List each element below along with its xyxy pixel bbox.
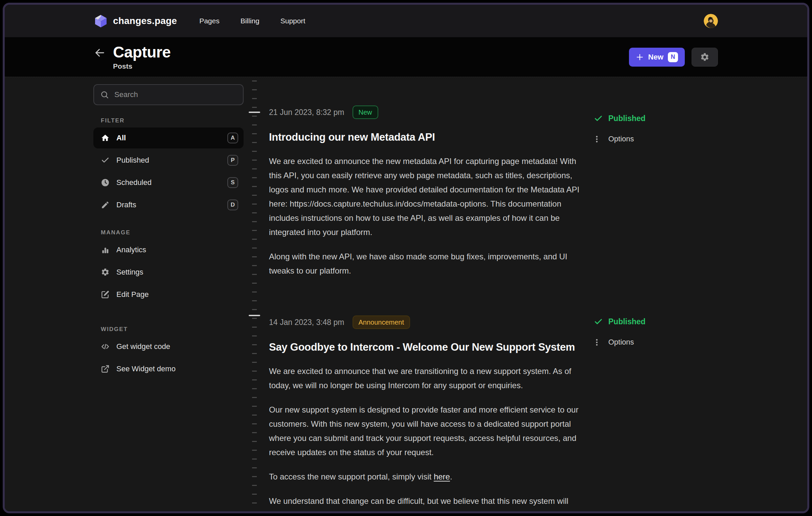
sidebar-item-edit-page[interactable]: Edit Page — [93, 284, 244, 305]
timeline-tick — [249, 112, 260, 113]
shortcut-badge-s: S — [227, 177, 238, 188]
shortcut-badge-a: A — [227, 133, 238, 143]
search-input[interactable] — [114, 90, 237, 99]
post-paragraph: We are excited to announce the new metad… — [269, 154, 584, 239]
check-icon — [594, 317, 603, 326]
sidebar-item-published[interactable]: Published P — [93, 150, 244, 171]
content-area: FILTER All A Published P — [5, 77, 807, 511]
shortcut-badge-d: D — [227, 200, 238, 210]
post-paragraph: We are excited to announce that we are t… — [269, 364, 584, 393]
app-root: changes.page Pages Billing Support — [0, 0, 812, 516]
check-icon — [594, 114, 603, 123]
external-link-icon — [101, 365, 110, 373]
nav-link-billing[interactable]: Billing — [241, 17, 260, 25]
section-label-manage: MANAGE — [101, 229, 244, 236]
shortcut-badge-p: P — [227, 155, 238, 166]
back-arrow-icon[interactable] — [94, 47, 106, 58]
check-icon — [101, 156, 110, 165]
search-icon — [100, 90, 109, 99]
section-label-widget: WIDGET — [101, 326, 244, 333]
sidebar-item-get-widget-code[interactable]: Get widget code — [93, 336, 244, 357]
post-paragraph: Our new support system is designed to pr… — [269, 403, 584, 460]
search-box[interactable] — [93, 84, 244, 105]
page-header: Capture Posts New N — [5, 37, 807, 77]
post-paragraph: We understand that change can be difficu… — [269, 494, 584, 513]
bar-chart-icon — [101, 245, 110, 254]
header-actions: New N — [629, 48, 718, 67]
post-status-column: Published Options — [594, 315, 682, 356]
post-item: 21 Jun 2023, 8:32 pm New Introducing our… — [269, 105, 807, 278]
post-options-button[interactable]: Options — [594, 132, 682, 146]
timeline-tick — [249, 315, 260, 316]
sidebar-item-all[interactable]: All A — [93, 127, 244, 148]
sidebar-item-label: Settings — [116, 268, 143, 277]
sidebar-item-label: Published — [116, 156, 149, 165]
sidebar-item-label: See Widget demo — [116, 365, 176, 373]
post-date: 14 Jan 2023, 3:48 pm — [269, 318, 344, 327]
nav-links: Pages Billing Support — [199, 17, 305, 25]
section-label-filter: FILTER — [101, 117, 244, 124]
post-title[interactable]: Say Goodbye to Intercom - Welcome Our Ne… — [269, 341, 807, 354]
post-paragraph: Along with the new API, we have also mad… — [269, 250, 584, 278]
published-label: Published — [608, 317, 646, 326]
dots-vertical-icon — [594, 135, 603, 144]
published-status: Published — [594, 112, 682, 125]
post-status-column: Published Options — [594, 112, 682, 153]
clock-icon — [101, 178, 110, 187]
shortcut-badge-n: N — [668, 52, 678, 62]
new-button-label: New — [648, 53, 663, 62]
published-label: Published — [608, 114, 646, 123]
cube-logo-icon — [94, 14, 108, 28]
sidebar-item-label: Get widget code — [116, 342, 170, 351]
post-meta: 14 Jan 2023, 3:48 pm Announcement — [269, 315, 807, 329]
home-icon — [101, 134, 110, 142]
options-label: Options — [608, 135, 634, 143]
dots-vertical-icon — [594, 338, 603, 347]
user-avatar[interactable] — [704, 14, 718, 28]
sidebar-item-see-widget-demo[interactable]: See Widget demo — [93, 358, 244, 379]
brand-logo[interactable]: changes.page — [94, 14, 177, 28]
sidebar-item-analytics[interactable]: Analytics — [93, 239, 244, 260]
title-group: Capture Posts — [113, 44, 171, 70]
nav-link-support[interactable]: Support — [280, 17, 306, 25]
sidebar-item-drafts[interactable]: Drafts D — [93, 194, 244, 215]
post-tag-badge: Announcement — [353, 315, 410, 329]
options-label: Options — [608, 338, 634, 347]
edit-square-icon — [101, 290, 110, 299]
page-subtitle: Posts — [113, 62, 171, 70]
sidebar-item-settings[interactable]: Settings — [93, 262, 244, 283]
post-title[interactable]: Introducing our new Metadata API — [269, 131, 807, 144]
timeline-ruler — [252, 80, 257, 511]
post-options-button[interactable]: Options — [594, 335, 682, 349]
sidebar-item-label: Edit Page — [116, 290, 149, 299]
plus-icon — [636, 53, 644, 61]
sidebar-item-scheduled[interactable]: Scheduled S — [93, 172, 244, 193]
sidebar-item-label: Drafts — [116, 201, 136, 209]
support-portal-link[interactable]: here — [434, 472, 450, 481]
post-paragraph: To access the new support portal, simply… — [269, 470, 584, 484]
post-item: 14 Jan 2023, 3:48 pm Announcement Say Go… — [269, 315, 807, 513]
post-meta: 21 Jun 2023, 8:32 pm New — [269, 105, 807, 119]
app-window: changes.page Pages Billing Support — [3, 3, 809, 513]
sidebar: FILTER All A Published P — [93, 84, 244, 381]
post-date: 21 Jun 2023, 8:32 pm — [269, 108, 344, 117]
sidebar-item-label: Scheduled — [116, 178, 152, 187]
code-icon — [101, 342, 110, 351]
gear-icon — [101, 268, 110, 277]
post-tag-badge: New — [353, 105, 378, 119]
top-nav: changes.page Pages Billing Support — [5, 5, 807, 37]
published-status: Published — [594, 315, 682, 328]
new-post-button[interactable]: New N — [629, 48, 685, 67]
brand-name: changes.page — [113, 16, 177, 26]
sidebar-item-label: All — [116, 134, 126, 142]
sidebar-item-label: Analytics — [116, 245, 146, 254]
page-title: Capture — [113, 44, 171, 61]
posts-feed: 21 Jun 2023, 8:32 pm New Introducing our… — [269, 77, 807, 511]
gear-icon — [700, 52, 709, 62]
page-settings-button[interactable] — [692, 48, 718, 67]
pencil-icon — [101, 201, 110, 209]
nav-link-pages[interactable]: Pages — [199, 17, 220, 25]
